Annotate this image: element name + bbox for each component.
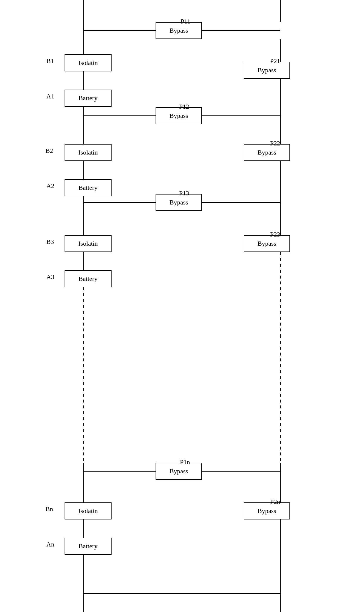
p21-label: P21: [270, 57, 280, 65]
p1n-label: P1n: [180, 458, 190, 466]
p2n-bypass-label: Bypass: [257, 507, 276, 515]
b3-isolatin-label: Isolatin: [78, 240, 98, 247]
b3-isolatin-box: Isolatin: [65, 235, 112, 252]
p1n-bypass-box: Bypass: [156, 463, 202, 480]
p2n-bypass-box: Bypass: [244, 502, 290, 519]
bn-isolatin-label: Isolatin: [78, 507, 98, 515]
p21-bypass-box: Bypass: [244, 62, 290, 79]
p11-bypass-label: Bypass: [169, 27, 188, 34]
a1-label: A1: [46, 93, 54, 100]
a3-battery-label: Battery: [79, 275, 98, 283]
p21-bypass-label: Bypass: [257, 66, 276, 74]
p12-bypass-box: Bypass: [156, 107, 202, 124]
p1n-bypass-label: Bypass: [169, 467, 188, 475]
a1-battery-label: Battery: [79, 94, 98, 102]
b1-isolatin-label: Isolatin: [78, 59, 98, 67]
a1-battery-box: Battery: [65, 90, 112, 107]
p23-bypass-label: Bypass: [257, 240, 276, 247]
an-label: An: [46, 541, 54, 548]
a2-battery-box: Battery: [65, 179, 112, 196]
p11-label: P11: [181, 18, 190, 25]
b3-label: B3: [46, 238, 54, 246]
p12-label: P12: [179, 103, 189, 110]
p22-bypass-label: Bypass: [257, 149, 276, 156]
b2-isolatin-label: Isolatin: [78, 149, 98, 156]
p22-label: P22: [270, 140, 280, 147]
bn-label: Bn: [45, 505, 53, 513]
b2-isolatin-box: Isolatin: [65, 144, 112, 161]
p23-label: P23: [270, 231, 280, 238]
p22-bypass-box: Bypass: [244, 144, 290, 161]
a2-label: A2: [46, 182, 54, 190]
p11-bypass-box: Bypass: [156, 22, 202, 39]
p12-bypass-label: Bypass: [169, 112, 188, 120]
p13-bypass-box: Bypass: [156, 194, 202, 211]
p2n-label: P2n: [270, 498, 280, 506]
b2-label: B2: [45, 147, 53, 155]
b1-label: B1: [46, 57, 54, 65]
p23-bypass-box: Bypass: [244, 235, 290, 252]
an-battery-box: Battery: [65, 538, 112, 555]
an-battery-label: Battery: [79, 542, 98, 550]
bn-isolatin-box: Isolatin: [65, 502, 112, 519]
a3-battery-box: Battery: [65, 270, 112, 287]
a2-battery-label: Battery: [79, 184, 98, 192]
b1-isolatin-box: Isolatin: [65, 54, 112, 71]
a3-label: A3: [46, 273, 54, 281]
p13-bypass-label: Bypass: [169, 199, 188, 206]
p13-label: P13: [179, 190, 189, 197]
